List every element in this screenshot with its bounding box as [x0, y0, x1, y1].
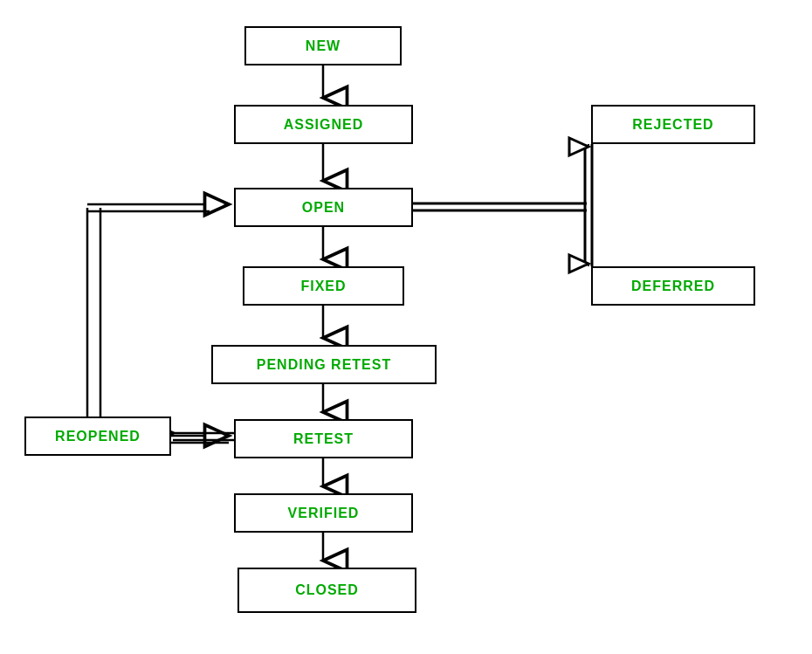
node-assigned: ASSIGNED — [234, 105, 413, 144]
node-closed: CLOSED — [237, 568, 416, 613]
state-diagram: NEW ASSIGNED OPEN FIXED PENDING RETEST R… — [0, 0, 812, 654]
node-reopened: REOPENED — [24, 416, 171, 456]
node-verified: VERIFIED — [234, 493, 413, 533]
arrows-layer — [0, 0, 812, 654]
node-deferred: DEFERRED — [591, 266, 755, 306]
node-retest: RETEST — [234, 419, 413, 458]
node-pending-retest: PENDING RETEST — [211, 345, 437, 384]
node-rejected: REJECTED — [591, 105, 755, 144]
node-open: OPEN — [234, 188, 413, 227]
node-new: NEW — [244, 26, 402, 65]
node-fixed: FIXED — [243, 266, 404, 306]
